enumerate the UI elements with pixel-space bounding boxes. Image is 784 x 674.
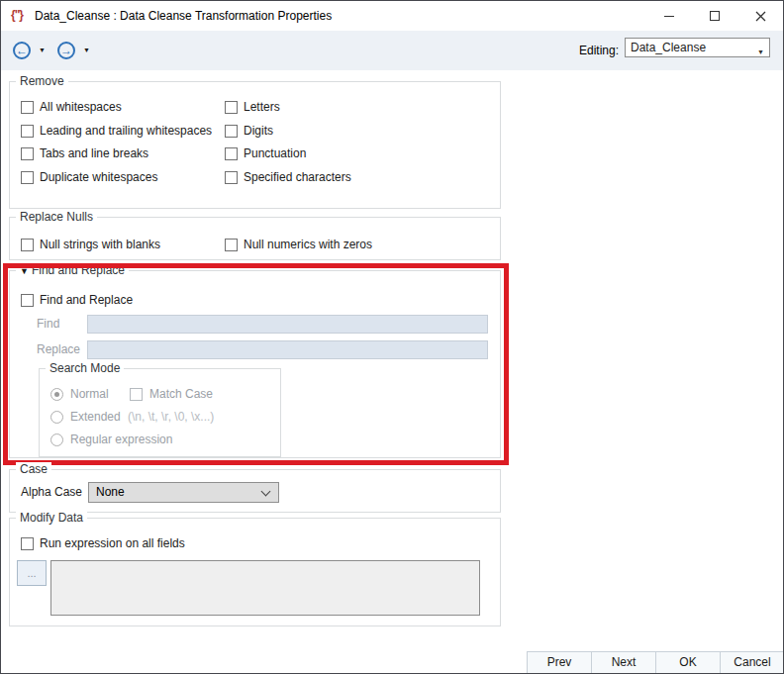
label-null-numerics-zeros: Null numerics with zeros [244, 239, 372, 251]
label-normal: Normal [70, 388, 109, 401]
label-digits: Digits [244, 125, 273, 138]
forward-icon: → [60, 44, 72, 57]
collapse-triangle-icon: ▼ [20, 266, 29, 276]
back-button[interactable]: ← [13, 42, 31, 59]
replace-input[interactable] [87, 340, 488, 359]
group-find-replace-title: Find and Replace [32, 263, 125, 277]
checkbox-all-whitespaces[interactable] [21, 101, 34, 114]
checkbox-duplicate-whitespaces[interactable] [21, 171, 34, 184]
minimize-button[interactable] [646, 1, 692, 31]
forward-button[interactable]: → [57, 42, 75, 59]
radio-extended[interactable] [50, 411, 63, 424]
checkbox-digits[interactable] [225, 125, 238, 138]
toolbar: ← ▼ → ▼ Editing: Data_Cleanse ▼ [1, 31, 783, 70]
minimize-icon [664, 16, 674, 17]
window-title: Data_Cleanse : Data Cleanse Transformati… [35, 1, 332, 31]
radio-regular-expression[interactable] [50, 433, 63, 446]
label-extended-hint: (\n, \t, \r, \0, \x...) [128, 411, 214, 424]
label-regular-expression: Regular expression [70, 433, 172, 446]
group-remove-title: Remove [16, 74, 68, 88]
forward-dropdown-caret-icon[interactable]: ▼ [83, 47, 90, 53]
label-punctuation: Punctuation [244, 147, 306, 160]
expression-textarea[interactable] [50, 560, 480, 616]
close-button[interactable] [737, 1, 783, 31]
checkbox-letters[interactable] [225, 101, 238, 114]
checkbox-punctuation[interactable] [225, 147, 238, 160]
checkbox-specified-characters[interactable] [225, 171, 238, 184]
label-all-whitespaces: All whitespaces [40, 101, 122, 114]
back-icon: ← [16, 44, 28, 57]
checkbox-null-numerics-zeros[interactable] [225, 239, 238, 251]
label-leading-trailing-whitespaces: Leading and trailing whitespaces [40, 125, 212, 138]
checkbox-run-expression[interactable] [21, 537, 34, 550]
combobox-caret-icon: ▼ [757, 44, 764, 61]
label-match-case: Match Case [149, 388, 213, 401]
label-replace: Replace [37, 343, 80, 356]
ok-button[interactable]: OK [655, 651, 721, 674]
window-controls [646, 1, 783, 31]
checkbox-null-strings-blanks[interactable] [21, 239, 34, 251]
editing-combobox[interactable]: Data_Cleanse ▼ [625, 38, 770, 57]
label-find-and-replace: Find and Replace [40, 294, 133, 307]
close-icon [755, 11, 766, 22]
label-run-expression: Run expression on all fields [40, 537, 185, 550]
back-dropdown-caret-icon[interactable]: ▼ [39, 47, 46, 53]
group-modify-data-title: Modify Data [16, 511, 87, 525]
app-icon: {"} [11, 8, 23, 22]
prev-button[interactable]: Prev [527, 651, 592, 674]
titlebar: {"} Data_Cleanse : Data Cleanse Transfor… [1, 1, 783, 31]
label-duplicate-whitespaces: Duplicate whitespaces [40, 171, 157, 184]
group-search-mode-title: Search Mode [46, 361, 124, 375]
dropdown-chevron-icon [261, 487, 271, 497]
group-find-replace-header[interactable]: ▼Find and Replace [16, 263, 129, 277]
next-button[interactable]: Next [591, 651, 656, 674]
label-null-strings-blanks: Null strings with blanks [40, 239, 160, 251]
checkbox-tabs-line-breaks[interactable] [21, 147, 34, 160]
label-specified-characters: Specified characters [244, 171, 351, 184]
alpha-case-value: None [96, 485, 125, 499]
checkbox-leading-trailing-whitespaces[interactable] [21, 125, 34, 138]
editing-combobox-value: Data_Cleanse [631, 41, 706, 54]
checkbox-find-and-replace[interactable] [21, 294, 34, 307]
radio-normal[interactable] [50, 388, 63, 401]
alpha-case-dropdown[interactable]: None [88, 482, 279, 503]
find-input[interactable] [87, 315, 488, 334]
group-case-title: Case [16, 462, 51, 476]
group-replace-nulls-title: Replace Nulls [16, 210, 97, 224]
maximize-icon [710, 11, 720, 21]
checkbox-match-case[interactable] [130, 388, 143, 401]
dialog-window: {"} Data_Cleanse : Data Cleanse Transfor… [0, 0, 784, 674]
label-extended: Extended [70, 411, 121, 424]
label-alpha-case: Alpha Case [21, 486, 82, 499]
label-tabs-line-breaks: Tabs and line breaks [40, 147, 148, 160]
label-find: Find [37, 318, 59, 331]
label-letters: Letters [244, 101, 280, 114]
editing-label: Editing: [579, 44, 619, 57]
cancel-button[interactable]: Cancel [720, 651, 784, 674]
expression-browse-button[interactable]: ... [17, 560, 47, 586]
maximize-button[interactable] [692, 1, 737, 31]
